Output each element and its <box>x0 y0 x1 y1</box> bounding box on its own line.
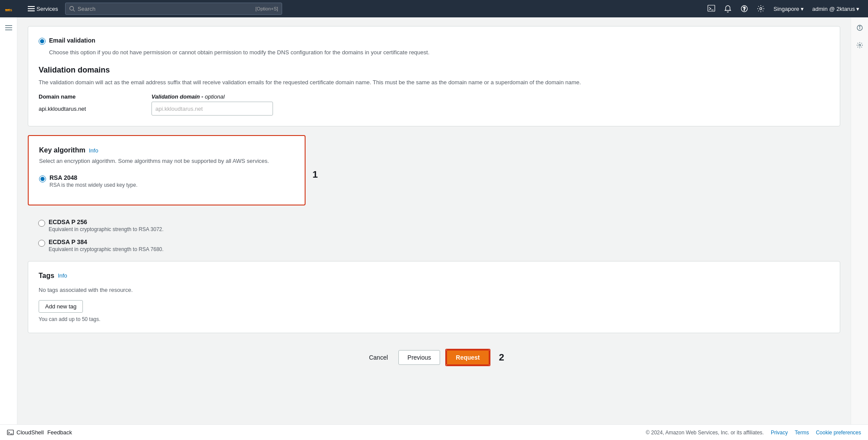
ecdsa256-label: ECDSA P 256 <box>49 218 164 225</box>
svg-point-4 <box>70 7 74 10</box>
bell-icon-button[interactable] <box>720 3 735 14</box>
nav-right-section: ? Singapore ▾ admin @ 2ktarus ▾ <box>704 3 863 14</box>
domain-name-value: api.kkloudtarus.net <box>39 106 151 112</box>
svg-text:aws: aws <box>5 8 12 12</box>
svg-rect-3 <box>28 10 35 11</box>
copyright-text: © 2024, Amazon Web Services, Inc. or its… <box>646 430 764 436</box>
key-algorithm-info-link[interactable]: Info <box>89 147 99 154</box>
action-annotation: 2 <box>499 352 504 363</box>
svg-rect-13 <box>5 30 12 30</box>
validation-domains-description: The validation domain will act as the em… <box>39 78 829 87</box>
rsa2048-option: RSA 2048 RSA is the most widely used key… <box>39 174 294 188</box>
ecdsa-options: ECDSA P 256 Equivalent in cryptographic … <box>28 218 840 252</box>
tags-info-link[interactable]: Info <box>58 272 67 279</box>
key-algorithm-title: Key algorithm <box>39 146 85 154</box>
search-bar: [Option+S] <box>65 3 282 15</box>
domain-name-header: Domain name <box>39 93 151 100</box>
key-algorithm-annotation: 1 <box>312 169 318 180</box>
svg-point-10 <box>760 8 762 10</box>
ecdsa384-desc: Equivalent in cryptographic strength to … <box>49 246 164 252</box>
sidebar-menu-icon[interactable] <box>2 21 16 35</box>
user-chevron: ▾ <box>856 6 859 12</box>
user-menu-button[interactable]: admin @ 2ktarus ▾ <box>809 4 863 14</box>
svg-rect-11 <box>5 25 12 26</box>
search-shortcut: [Option+S] <box>256 6 278 11</box>
validation-domain-header: Validation domain - optional <box>151 93 225 100</box>
info-panel-icon[interactable] <box>853 21 867 35</box>
email-validation-radio[interactable] <box>39 38 46 45</box>
search-input[interactable] <box>78 6 253 12</box>
services-label: Services <box>36 6 58 12</box>
user-label: admin @ 2ktarus <box>812 6 855 12</box>
key-algorithm-header: Key algorithm Info <box>39 146 294 154</box>
svg-rect-12 <box>5 27 12 28</box>
right-sidebar <box>851 17 868 424</box>
cookie-preferences-link[interactable]: Cookie preferences <box>816 430 861 436</box>
tags-card: Tags Info No tags associated with the re… <box>28 261 840 333</box>
previous-button[interactable]: Previous <box>398 350 440 365</box>
action-bar: Cancel Previous Request 2 <box>28 342 840 373</box>
no-tags-text: No tags associated with the resource. <box>39 287 829 293</box>
key-algorithm-wrapper: Key algorithm Info Select an encryption … <box>28 135 840 214</box>
svg-point-17 <box>859 44 861 46</box>
ecdsa384-radio[interactable] <box>38 240 45 247</box>
tags-title: Tags <box>39 272 54 280</box>
ecdsa256-option: ECDSA P 256 Equivalent in cryptographic … <box>38 218 840 232</box>
key-algorithm-description: Select an encryption algorithm. Some alg… <box>39 157 294 165</box>
footer-left: CloudShell Feedback <box>7 429 72 436</box>
validation-domain-input[interactable] <box>151 102 273 116</box>
request-button[interactable]: Request <box>446 350 489 365</box>
terms-link[interactable]: Terms <box>795 430 809 436</box>
region-chevron: ▾ <box>801 6 804 12</box>
cloudshell-label: CloudShell <box>16 429 44 436</box>
tags-header: Tags Info <box>39 272 829 280</box>
svg-point-16 <box>859 26 860 27</box>
ecdsa384-option: ECDSA P 384 Equivalent in cryptographic … <box>38 238 840 252</box>
validation-table-header: Domain name Validation domain - optional <box>39 93 829 100</box>
ecdsa384-label: ECDSA P 384 <box>49 238 164 245</box>
feedback-button[interactable]: Feedback <box>47 429 72 436</box>
svg-text:?: ? <box>743 7 746 11</box>
svg-rect-6 <box>708 5 715 11</box>
action-bar-inner: Cancel Previous Request 2 <box>364 349 504 366</box>
rsa2048-desc: RSA is the most widely used key type. <box>49 182 138 188</box>
cancel-button[interactable]: Cancel <box>364 351 393 364</box>
main-content: Email validation Choose this option if y… <box>17 17 851 424</box>
help-icon-button[interactable]: ? <box>737 3 752 14</box>
add-new-tag-button[interactable]: Add new tag <box>39 300 83 313</box>
search-icon <box>69 6 75 12</box>
validation-domains-title: Validation domains <box>39 66 829 75</box>
left-sidebar <box>0 17 17 424</box>
services-menu-button[interactable]: Services <box>24 3 62 14</box>
footer-right: © 2024, Amazon Web Services, Inc. or its… <box>646 430 861 436</box>
terminal-icon-button[interactable] <box>704 3 719 14</box>
email-validation-description: Choose this option if you do not have pe… <box>49 48 829 57</box>
validation-table-row: api.kkloudtarus.net <box>39 102 829 116</box>
svg-line-5 <box>73 10 75 12</box>
svg-rect-1 <box>28 6 35 7</box>
top-navigation: aws Services [Option+S] ? Singapore ▾ <box>0 0 868 17</box>
footer: CloudShell Feedback © 2024, Amazon Web S… <box>0 424 868 440</box>
privacy-link[interactable]: Privacy <box>771 430 788 436</box>
request-button-wrapper: Request <box>445 349 490 366</box>
svg-rect-2 <box>28 8 35 9</box>
ecdsa256-radio[interactable] <box>38 220 45 227</box>
key-algorithm-card: Key algorithm Info Select an encryption … <box>28 135 306 205</box>
ecdsa256-desc: Equivalent in cryptographic strength to … <box>49 226 164 232</box>
rsa2048-radio[interactable] <box>39 175 46 182</box>
email-validation-card: Email validation Choose this option if y… <box>28 26 840 126</box>
cloudshell-icon <box>7 429 14 436</box>
cloudshell-button[interactable]: CloudShell <box>7 429 44 436</box>
rsa2048-label: RSA 2048 <box>49 174 138 181</box>
validation-domains-section: Validation domains The validation domain… <box>39 66 829 116</box>
aws-logo[interactable]: aws <box>5 4 21 13</box>
email-validation-header: Email validation <box>39 37 829 45</box>
region-selector[interactable]: Singapore ▾ <box>770 4 807 14</box>
settings-icon-button[interactable] <box>753 3 768 14</box>
region-label: Singapore <box>773 6 799 12</box>
tags-limit-text: You can add up to 50 tags. <box>39 316 829 322</box>
settings-panel-icon[interactable] <box>853 38 867 52</box>
email-validation-title: Email validation <box>49 37 95 44</box>
